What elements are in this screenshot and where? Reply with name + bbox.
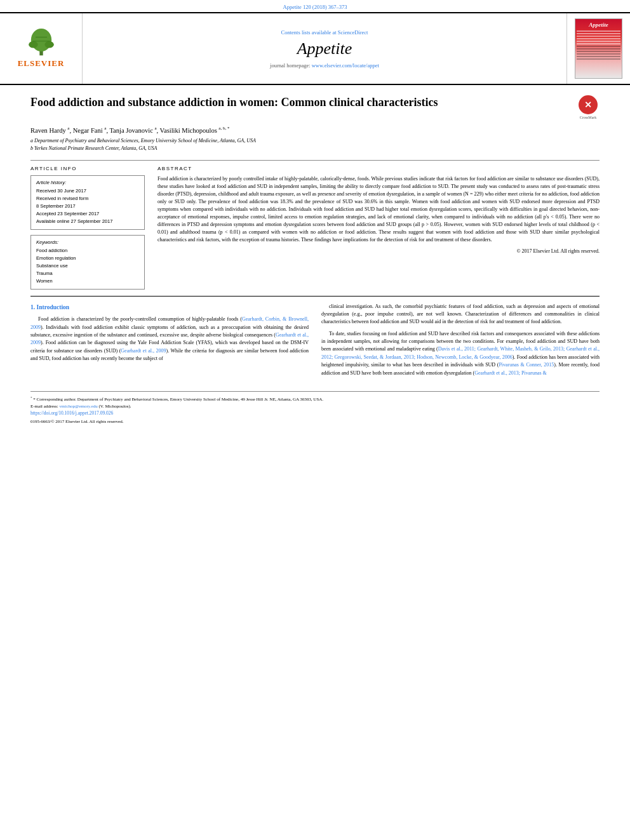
article-title: Food addiction and substance addiction i… [30, 95, 570, 110]
divider-top [30, 160, 600, 161]
journal-info-center: Contents lists available at ScienceDirec… [83, 13, 566, 84]
keyword-3: Substance use [36, 262, 139, 270]
email-line: E-mail address: vmichop@emory.edu (V. Mi… [30, 403, 600, 410]
svg-point-2 [29, 41, 37, 48]
title-section: Food addiction and substance addiction i… [30, 95, 600, 119]
affiliations: a Department of Psychiatry and Behaviora… [30, 137, 600, 152]
elsevier-logo: ELSEVIER [18, 29, 65, 69]
body-divider [30, 296, 600, 297]
crossmark-icon[interactable]: ✕ [579, 95, 598, 114]
copyright-text: © 2017 Elsevier Ltd. All rights reserved… [158, 248, 600, 255]
intro-heading: 1. Introduction [30, 303, 309, 312]
article-history-box: Article history: Received 30 June 2017 R… [30, 175, 145, 230]
appetite-thumb-title: Appetite [589, 22, 608, 28]
ref-pivarunas-2015[interactable]: Pivarunas & Conner, 2015 [499, 362, 554, 368]
keywords-box: Keywords: Food addiction Emotion regulat… [30, 235, 145, 290]
corresponding-text: * Corresponding author. Department of Ps… [33, 397, 323, 402]
body-columns: 1. Introduction Food addiction is charac… [30, 303, 600, 382]
abstract-paragraph: Food addiction is characterized by poorl… [158, 175, 600, 244]
article-content: Food addiction and substance addiction i… [0, 85, 630, 435]
received-revised-label: Received in revised form [36, 195, 139, 203]
contents-label: Contents lists available at [281, 29, 337, 36]
journal-homepage-text: journal homepage: www.elsevier.com/locat… [270, 62, 379, 69]
doi-link[interactable]: https://doi.org/10.1016/j.appet.2017.09.… [30, 410, 113, 416]
body-right-column: clinical investigation. As such, the com… [321, 303, 600, 382]
abstract-section-label: ABSTRACT [158, 166, 600, 171]
keyword-1: Food addiction [36, 247, 139, 255]
elsevier-tree-icon [22, 29, 60, 57]
info-abstract-columns: ARTICLE INFO Article history: Received 3… [30, 166, 600, 290]
affiliation-b: b Yerkes National Primate Research Cente… [30, 145, 600, 152]
intro-para-2: clinical investigation. As such, the com… [321, 303, 600, 326]
keywords-label: Keywords: [36, 239, 139, 245]
accepted-date: Accepted 23 September 2017 [36, 210, 139, 218]
intro-para-3: To date, studies focusing on food addict… [321, 330, 600, 377]
appetite-thumb-decoration [577, 30, 620, 61]
ref-gearhardt-yfas[interactable]: Gearhardt et al., 2009 [121, 348, 166, 354]
body-left-column: 1. Introduction Food addiction is charac… [30, 303, 309, 382]
journal-citation-link[interactable]: Appetite 120 (2018) 367–373 [283, 4, 347, 10]
doi-line: https://doi.org/10.1016/j.appet.2017.09.… [30, 410, 600, 417]
email-label: E-mail address: [30, 404, 58, 409]
email-person: (V. Michopoulos). [98, 404, 131, 409]
corresponding-author: * * Corresponding author. Department of … [30, 396, 600, 403]
ref-gearhardt-pivarunas[interactable]: Gearhardt et al., 2013; Pivarunas & [474, 370, 547, 376]
ref-davis-2011[interactable]: Davis et al., 2011; Gearhardt, White, Ma… [321, 346, 600, 359]
keyword-5: Women [36, 277, 139, 285]
elsevier-brand-text: ELSEVIER [18, 58, 65, 69]
keyword-4: Trauma [36, 270, 139, 277]
ref-gearhardt-et-al-2009[interactable]: Gearhardt et al., 2009 [30, 332, 309, 345]
contents-available-text: Contents lists available at ScienceDirec… [281, 29, 368, 36]
affiliation-a: a Department of Psychiatry and Behaviora… [30, 137, 600, 145]
history-label: Article history: [36, 180, 139, 185]
appetite-thumbnail: Appetite [575, 18, 622, 79]
ref-gearhardt-2009[interactable]: Gearhardt, Corbin, & Brownell, 2009 [30, 316, 309, 330]
abstract-column: ABSTRACT Food addiction is characterized… [158, 166, 600, 290]
homepage-url[interactable]: www.elsevier.com/locate/appet [312, 62, 379, 69]
article-info-column: ARTICLE INFO Article history: Received 3… [30, 166, 145, 290]
journal-thumbnail-area: Appetite [566, 13, 630, 84]
journal-name-title: Appetite [297, 39, 352, 58]
article-info-label: ARTICLE INFO [30, 166, 145, 171]
svg-point-3 [44, 41, 53, 48]
keyword-2: Emotion regulation [36, 255, 139, 262]
footnote-area: * * Corresponding author. Department of … [30, 391, 600, 425]
email-link[interactable]: vmichop@emory.edu [60, 404, 98, 409]
journal-citation-header: Appetite 120 (2018) 367–373 [0, 0, 630, 12]
sciencedirect-link[interactable]: ScienceDirect [338, 29, 368, 36]
svg-point-1 [30, 29, 51, 51]
footnote-star: * [30, 396, 32, 399]
crossmark-area: ✕ CrossMark [577, 95, 600, 119]
issn-line: 0195-6663/© 2017 Elsevier Ltd. All right… [30, 418, 600, 425]
abstract-text: Food addiction is characterized by poorl… [158, 175, 600, 255]
elsevier-logo-area: ELSEVIER [0, 13, 83, 84]
crossmark-label: CrossMark [580, 116, 597, 119]
journal-header: ELSEVIER Contents lists available at Sci… [0, 12, 630, 85]
intro-para-1: Food addiction is characterized by the p… [30, 316, 309, 363]
received-date: Received 30 June 2017 [36, 187, 139, 195]
homepage-label: journal homepage: [270, 62, 311, 69]
received-revised-date: 8 September 2017 [36, 203, 139, 210]
available-date: Available online 27 September 2017 [36, 218, 139, 225]
authors-line: Raven Hardy a, Negar Fani a, Tanja Jovan… [30, 126, 600, 134]
page: Appetite 120 (2018) 367–373 ELSEVIER [0, 0, 630, 840]
